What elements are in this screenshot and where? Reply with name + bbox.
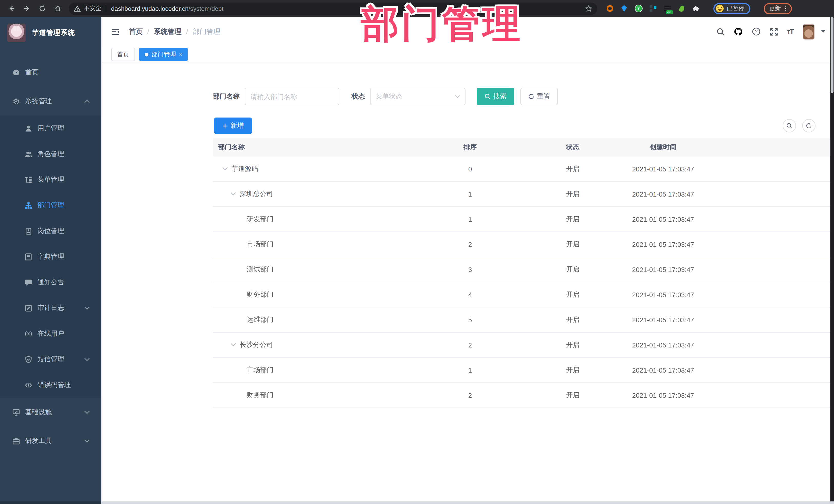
dept-name-input[interactable]: [245, 88, 339, 105]
sidebar-fold-icon[interactable]: [111, 28, 119, 35]
sidebar-item-label: 系统管理: [25, 96, 52, 106]
tab-active[interactable]: 部门管理×: [139, 48, 188, 61]
sidebar-item-infrastructure[interactable]: 基础设施: [0, 398, 101, 426]
page-scrollbar[interactable]: [830, 17, 834, 504]
security-warning-label: 不安全: [84, 5, 101, 12]
expand-caret-icon[interactable]: [222, 167, 228, 171]
toggle-search-button[interactable]: [783, 119, 796, 132]
table-row: 财务部门 2 开启 2021-01-05 17:03:47 修改新增删除: [213, 383, 834, 408]
home-icon[interactable]: [53, 4, 62, 13]
search-button-icon: [484, 93, 491, 100]
add-button[interactable]: 新增: [214, 117, 252, 134]
reset-button[interactable]: 重置: [521, 88, 558, 105]
fullscreen-icon[interactable]: [770, 27, 778, 36]
dept-name: 测试部门: [247, 265, 273, 274]
back-icon[interactable]: [7, 4, 15, 13]
forward-icon[interactable]: [23, 4, 31, 13]
sidebar-item-dev-tools[interactable]: 研发工具: [0, 426, 101, 455]
divider: [106, 5, 106, 12]
sort-cell: 2: [437, 240, 503, 248]
sidebar-item-org-chart[interactable]: 部门管理: [0, 193, 101, 218]
puzzle-extensions-icon[interactable]: [692, 4, 700, 13]
dept-name-cell: 深圳总公司: [213, 190, 273, 199]
sidebar-item-online-users[interactable]: 在线用户: [0, 321, 101, 346]
row-actions: 修改新增删除: [726, 265, 834, 274]
browser-menu-icon[interactable]: [785, 6, 786, 12]
tab-item[interactable]: 首页: [111, 48, 135, 61]
expand-caret-icon[interactable]: [231, 343, 236, 347]
row-actions: 修改新增删除: [726, 340, 834, 350]
blue-gem-extension-icon[interactable]: [620, 4, 628, 13]
sidebar-item-id-badge[interactable]: 岗位管理: [0, 218, 101, 244]
sidebar-item-dashboard[interactable]: 首页: [0, 58, 101, 87]
dept-name-cell: 运维部门: [213, 315, 273, 324]
sidebar-item-user[interactable]: 用户管理: [0, 115, 101, 141]
dept-name: 市场部门: [247, 366, 273, 375]
created-cell: 2021-01-05 17:03:47: [591, 341, 736, 349]
status-select[interactable]: 菜单状态: [370, 88, 465, 105]
audit-log-icon: [25, 304, 32, 312]
dept-name-cell: 财务部门: [213, 391, 273, 400]
dept-name: 市场部门: [247, 240, 273, 249]
list-extension-icon[interactable]: on: [663, 4, 671, 13]
app-logo-row[interactable]: 芋道管理系统: [0, 17, 101, 49]
table-row: 芋道源码 0 开启 2021-01-05 17:03:47 修改新增: [213, 156, 834, 182]
reload-icon[interactable]: [38, 4, 46, 13]
row-actions: 修改新增: [726, 164, 834, 174]
github-icon[interactable]: [734, 27, 742, 36]
chevron-up-icon: [84, 98, 90, 104]
sidebar-item-label: 短信管理: [38, 355, 64, 364]
profile-paused-chip[interactable]: 已暂停: [714, 3, 750, 14]
row-actions: 修改新增删除: [726, 190, 834, 199]
sidebar-item-gear[interactable]: 系统管理: [0, 87, 101, 115]
svg-text:?: ?: [755, 29, 758, 35]
security-warning-icon: [74, 5, 81, 12]
menu-section-root-bottom: 基础设施 研发工具: [0, 398, 101, 455]
app-logo: [7, 24, 26, 42]
table-row: 测试部门 3 开启 2021-01-05 17:03:47 修改新增删除: [213, 257, 834, 282]
bookmark-star-icon[interactable]: [585, 5, 592, 12]
update-label: 更新: [769, 5, 781, 12]
on-badge: on: [666, 10, 673, 14]
column-header: 排序: [437, 143, 503, 152]
help-icon[interactable]: ?: [752, 27, 760, 36]
chevron-down-icon: [84, 305, 90, 311]
sort-cell: 2: [437, 341, 503, 349]
created-cell: 2021-01-05 17:03:47: [591, 190, 736, 198]
scrollbar-thumb[interactable]: [831, 17, 833, 93]
infrastructure-icon: [12, 408, 20, 416]
sidebar-item-dictionary[interactable]: 字典管理: [0, 244, 101, 269]
dept-name: 芋道源码: [232, 164, 258, 174]
expand-caret-icon[interactable]: [231, 192, 236, 196]
table-row: 运维部门 5 开启 2021-01-05 17:03:47 修改新增删除: [213, 307, 834, 333]
sidebar-item-sms[interactable]: 短信管理: [0, 346, 101, 372]
created-cell: 2021-01-05 17:03:47: [591, 165, 736, 173]
refresh-table-button[interactable]: [802, 119, 815, 132]
green-key-extension-icon[interactable]: [678, 4, 686, 13]
search-button[interactable]: 搜索: [477, 88, 514, 105]
sidebar-item-audit-log[interactable]: 审计日志: [0, 295, 101, 321]
breadcrumb-item[interactable]: 首页: [129, 27, 143, 36]
orange-ring-extension-icon[interactable]: [606, 4, 614, 13]
sidebar-item-announcement[interactable]: 通知公告: [0, 269, 101, 295]
dept-name: 深圳总公司: [240, 190, 273, 199]
menu-section-root-top: 首页 系统管理: [0, 58, 101, 115]
close-icon[interactable]: ×: [179, 51, 182, 57]
green-y-extension-icon[interactable]: Y: [634, 4, 642, 13]
sidebar-item-menu-tree[interactable]: 菜单管理: [0, 167, 101, 193]
created-cell: 2021-01-05 17:03:47: [591, 316, 736, 324]
table-row: 深圳总公司 1 开启 2021-01-05 17:03:47 修改新增删除: [213, 182, 834, 207]
browser-update-button[interactable]: 更新: [764, 3, 792, 14]
status-select-placeholder: 菜单状态: [376, 92, 402, 101]
font-size-icon[interactable]: ᴛT: [787, 28, 793, 36]
watermark-annotation: 部门管理: [361, 3, 523, 45]
table-row: 研发部门 1 开启 2021-01-05 17:03:47 修改新增删除: [213, 207, 834, 232]
search-icon[interactable]: [716, 27, 724, 36]
sidebar-item-error-code[interactable]: 错误码管理: [0, 372, 101, 398]
header-actions: ? ᴛT: [716, 24, 826, 39]
user-menu-caret-icon[interactable]: [821, 30, 826, 34]
sidebar-item-users[interactable]: 角色管理: [0, 141, 101, 167]
user-avatar[interactable]: [803, 24, 814, 39]
breadcrumb-item[interactable]: 系统管理: [154, 27, 182, 36]
blue-tiles-extension-icon[interactable]: [649, 4, 657, 13]
